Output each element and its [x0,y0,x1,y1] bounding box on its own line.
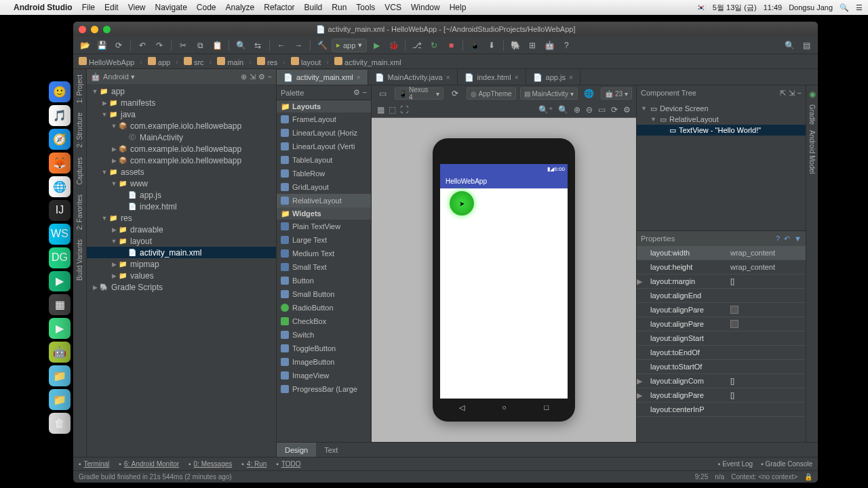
property-row[interactable]: layout:alignPare [637,317,806,331]
tool-window-button[interactable]: ▪ 4: Run [241,460,267,468]
reset-icon[interactable]: ↶ [784,235,790,243]
menu-view[interactable]: View [128,3,146,12]
close-icon[interactable]: × [569,74,573,81]
filter-icon[interactable]: ▼ [794,235,802,243]
palette-item[interactable]: CheckBox [277,314,371,328]
paste-icon[interactable]: 📋 [210,39,224,52]
menu-build[interactable]: Build [304,3,323,12]
menu-navigate[interactable]: Navigate [155,3,186,12]
breadcrumb-item[interactable]: app [148,57,170,66]
open-icon[interactable]: 📂 [77,39,92,52]
tool-window-project[interactable]: 1: Project [76,75,83,103]
palette-group[interactable]: 📁 Layouts [277,100,371,113]
palette-item[interactable]: GridLayout [277,180,371,194]
gear-icon[interactable]: ⚙ [353,88,360,97]
webstorm-icon[interactable]: WS [49,224,71,245]
firefox-icon[interactable]: 🦊 [49,152,71,174]
activity-selector[interactable]: ▤ MainActivity ▾ [520,87,578,100]
tree-row[interactable]: ▼📁assets [87,166,276,178]
search-everywhere-icon[interactable]: 🔍 [782,39,797,52]
tree-row[interactable]: ▶📁values [87,270,276,281]
breadcrumb-item[interactable]: src [184,57,204,66]
property-row[interactable]: ▶layout:alignCom[] [637,374,806,388]
finder-icon[interactable]: 🙂 [49,81,71,102]
tree-row[interactable]: 📄activity_main.xml [87,247,276,258]
collapse-icon[interactable]: ⇲ [789,89,795,98]
intellij-icon[interactable]: IJ [49,200,71,221]
palette-item[interactable]: LinearLayout (Verti [277,140,371,153]
menu-tools[interactable]: Tools [356,3,375,12]
caret-position[interactable]: 9:25 [695,473,708,481]
chrome-icon[interactable]: 🌐 [49,176,71,197]
locale-icon[interactable]: 🌐 [582,87,597,100]
bounds-icon[interactable]: ⬚ [389,105,396,115]
window-minimize-button[interactable] [91,26,98,33]
safari-icon[interactable]: 🧭 [49,129,71,150]
flag-icon[interactable]: 🇰🇷 [696,3,706,12]
folder-icon[interactable]: 📁 [49,365,71,386]
property-row[interactable]: layout:alignEnd [637,289,806,303]
hide-icon[interactable]: − [797,89,802,98]
help-icon[interactable]: ? [559,39,574,52]
palette-group[interactable]: 📁 Widgets [277,207,371,220]
menu-code[interactable]: Code [197,3,216,12]
component-tree[interactable]: ▼▭Device Screen▼▭RelativeLayout▭TextView… [637,100,806,230]
tool-window-button[interactable]: ▪ Gradle Console [761,460,812,468]
properties-table[interactable]: layout:widthwrap_contentlayout:heightwra… [637,246,806,442]
collapse-icon[interactable]: ⇲ [250,73,256,81]
tree-row[interactable]: 📄index.html [87,201,276,212]
gear-icon[interactable]: ⚙ [623,105,631,115]
property-row[interactable]: layout:widthwrap_content [637,246,806,260]
android-studio-icon[interactable]: ▶ [49,318,71,339]
spotlight-icon[interactable]: 🔍 [840,3,849,12]
palette-item[interactable]: ImageButton [277,355,371,369]
avd-icon[interactable]: 📱 [467,39,482,52]
palette-list[interactable]: 📁 LayoutsFrameLayoutLinearLayout (HorizL… [277,100,371,442]
zoom-out-icon[interactable]: ⊖ [586,105,593,115]
debug-button[interactable]: 🐞 [386,39,401,52]
forward-icon[interactable]: → [291,39,306,52]
tree-row[interactable]: ▼📁layout [87,235,276,247]
menubar-user[interactable]: Dongsu Jang [789,3,833,12]
palette-item[interactable]: LinearLayout (Horiz [277,126,371,140]
cut-icon[interactable]: ✂ [176,39,191,52]
zoom-actual-icon[interactable]: 🔍 [558,105,568,115]
menubar-app-name[interactable]: Android Studio [14,3,73,12]
window-maximize-button[interactable] [103,26,111,33]
undo-icon[interactable]: ↶ [135,39,150,52]
expand-icon[interactable]: ⇱ [780,89,786,98]
hide-icon[interactable]: − [268,73,272,81]
property-row[interactable]: layout:centerInP [637,403,806,417]
tab-design[interactable]: Design [277,443,316,457]
tree-row[interactable]: ▼📦com.example.iolo.hellowebapp [87,120,276,131]
tree-row[interactable]: ▼📁java [87,108,276,120]
palette-item[interactable]: Switch [277,328,371,342]
menu-window[interactable]: Window [411,3,440,12]
component-row[interactable]: ▼▭Device Screen [637,103,806,114]
design-canvas[interactable]: ▮◢ 6:00 HelloWebApp ➤ ◁○□ [372,118,636,442]
zoom-fit-icon[interactable]: 🔍⁺ [538,105,553,115]
palette-item[interactable]: ToggleButton [277,342,371,355]
menu-run[interactable]: Run [332,3,347,12]
tree-row[interactable]: ▶📁manifests [87,97,276,108]
property-row[interactable]: layout:heightwrap_content [637,260,806,274]
property-row[interactable]: ▶layout:alignPare[] [637,388,806,403]
copy-icon[interactable]: ⧉ [193,39,208,52]
folder-icon[interactable]: 📁 [49,389,71,410]
help-icon[interactable]: ? [776,235,780,243]
attach-icon[interactable]: ⎇ [410,39,425,52]
property-row[interactable]: layout:alignStart [637,331,806,346]
encoding[interactable]: n/a [715,473,724,481]
trash-icon[interactable]: 🗑 [49,413,71,434]
component-row[interactable]: ▭TextView - "Hello World!" [637,125,806,136]
refresh-icon[interactable]: ⟳ [611,105,618,115]
zoom-in-icon[interactable]: ⊕ [574,105,580,115]
find-icon[interactable]: 🔍 [233,39,248,52]
make-icon[interactable]: 🔨 [315,39,330,52]
breadcrumb-item[interactable]: res [257,57,277,66]
property-row[interactable]: ▶layout:margin[] [637,274,806,289]
tree-row[interactable]: ▶📁drawable [87,224,276,235]
tool-window-button[interactable]: ▪ Terminal [79,460,109,468]
palette-item[interactable]: TableLayout [277,153,371,167]
phone-content[interactable]: ➤ [440,188,568,399]
